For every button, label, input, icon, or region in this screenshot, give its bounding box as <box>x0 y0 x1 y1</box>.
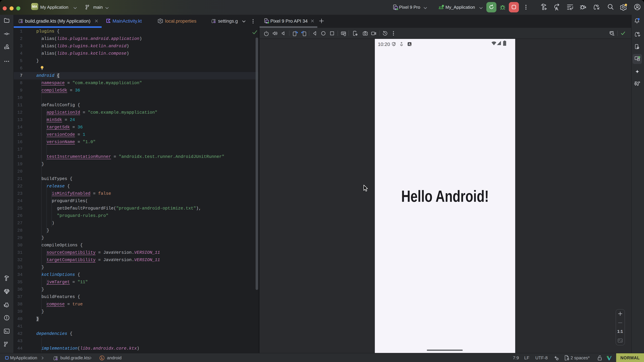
svg-text:A: A <box>408 42 410 45</box>
